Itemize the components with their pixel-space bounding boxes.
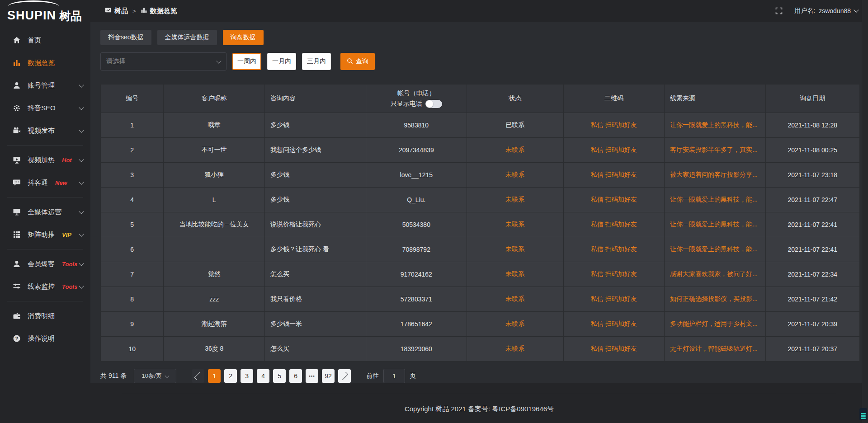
page-button-2[interactable]: 2 — [224, 369, 237, 383]
cell-no: 4 — [101, 188, 164, 212]
sidebar-badge: New — [55, 179, 67, 186]
cell-date: 2021-11-07 22:41 — [765, 212, 859, 237]
status-badge: 未联系 — [467, 212, 563, 237]
sidebar-item-consumption-detail[interactable]: 消费明细 — [0, 305, 90, 327]
breadcrumb-label: 树品 — [114, 7, 128, 15]
table-row: 6多少钱？让我死心 看70898792未联系私信 扫码加好友让你一眼就爱上的黑科… — [101, 237, 860, 262]
source-link[interactable]: 被大家追着问的客厅投影分享... — [665, 163, 766, 188]
sidebar-item-clue-monitor[interactable]: 线索监控Tools — [0, 275, 90, 298]
ellipsis-button[interactable]: ••• — [306, 369, 318, 383]
chevron-down-icon — [79, 283, 84, 288]
chevron-down-icon — [79, 82, 84, 87]
sidebar-divider — [7, 145, 83, 146]
sliders-icon — [13, 282, 21, 291]
cell-nickname: L — [164, 188, 265, 212]
status-badge: 未联系 — [467, 138, 563, 163]
chevron-right-icon — [340, 372, 348, 380]
phone-only-toggle[interactable] — [425, 100, 442, 108]
browser-widget-icon[interactable] — [859, 408, 867, 420]
period-month[interactable]: 一月内 — [267, 53, 296, 70]
cell-content: 多少钱 — [265, 188, 366, 212]
copyright: Copyright 树品 2021 备案号: 粤ICP备09019646号 — [90, 405, 868, 414]
qr-link[interactable]: 私信 扫码加好友 — [563, 188, 665, 212]
page-button-4[interactable]: 4 — [257, 369, 269, 383]
source-link[interactable]: 感谢大家喜欢我家，被问了好... — [665, 262, 766, 287]
table-row: 9潮起潮落多少钱一米178651642未联系私信 扫码加好友多功能护栏灯，适用于… — [101, 312, 860, 337]
source-link[interactable]: 客厅安装投影半年多了，真实... — [665, 138, 766, 163]
sidebar-item-label: 视频发布 — [28, 127, 55, 135]
page-button-5[interactable]: 5 — [273, 369, 286, 383]
breadcrumb-item-current[interactable]: 数据总览 — [141, 7, 177, 15]
source-link[interactable]: 让你一眼就爱上的黑科技，能... — [665, 212, 766, 237]
period-buttons: 一周内一月内三月内 — [232, 53, 331, 70]
query-button[interactable]: 查询 — [340, 53, 375, 70]
sidebar-item-douketong[interactable]: 抖客通New — [0, 171, 90, 194]
search-icon — [347, 58, 353, 66]
qr-link[interactable]: 私信 扫码加好友 — [563, 287, 665, 312]
cell-nickname: 觉然 — [164, 262, 265, 287]
footer: Copyright 树品 2021 备案号: 粤ICP备09019646号 — [90, 383, 868, 423]
source-link[interactable]: 让你一眼就爱上的黑科技，能... — [665, 237, 766, 262]
sidebar-item-matrix-boost[interactable]: 矩阵助推VIP — [0, 223, 90, 246]
page-button-6[interactable]: 6 — [289, 369, 302, 383]
page-button-3[interactable]: 3 — [241, 369, 253, 383]
question-icon: ? — [13, 334, 21, 343]
cell-no: 6 — [101, 237, 164, 262]
fullscreen-icon[interactable] — [775, 7, 783, 14]
cell-no: 7 — [101, 262, 164, 287]
breadcrumb-item-home[interactable]: 树品 — [105, 7, 128, 15]
prev-page-button[interactable] — [192, 369, 204, 383]
qr-link[interactable]: 私信 扫码加好友 — [563, 237, 665, 262]
sidebar-item-label: 消费明细 — [28, 312, 55, 320]
filter-select[interactable]: 请选择 — [100, 52, 226, 70]
qr-link[interactable]: 私信 扫码加好友 — [563, 138, 665, 163]
status-badge: 未联系 — [467, 312, 563, 337]
next-page-button[interactable] — [338, 369, 351, 383]
tab-inquiry-data[interactable]: 询盘数据 — [223, 30, 264, 45]
cell-account: love__1215 — [366, 163, 467, 188]
source-link[interactable]: 如何正确选择投影仪，买投影... — [665, 287, 766, 312]
source-link[interactable]: 让你一眼就爱上的黑科技，能... — [665, 113, 766, 138]
sidebar-item-video-heat[interactable]: 视频加热Hot — [0, 149, 90, 171]
qr-link[interactable]: 私信 扫码加好友 — [563, 262, 665, 287]
table-row: 1036度 8怎么买183929060未联系私信 扫码加好友无主灯设计，智能磁吸… — [101, 337, 860, 362]
scrollbar[interactable] — [862, 0, 868, 423]
qr-link[interactable]: 私信 扫码加好友 — [563, 163, 665, 188]
cell-account: 572803371 — [366, 287, 467, 312]
table-row: 8zzz我只看价格572803371未联系私信 扫码加好友如何正确选择投影仪，买… — [101, 287, 860, 312]
user-dropdown[interactable]: 用户名:zswodun88 — [794, 7, 858, 15]
sidebar-item-member-baoke[interactable]: 会员爆客Tools — [0, 253, 90, 275]
source-link[interactable]: 让你一眼就爱上的黑科技，能... — [665, 188, 766, 212]
sidebar-item-account-management[interactable]: 账号管理 — [0, 74, 90, 97]
sidebar-item-data-overview[interactable]: 数据总览 — [0, 52, 90, 74]
cell-account: 50534380 — [366, 212, 467, 237]
source-link[interactable]: 无主灯设计，智能磁吸轨道灯... — [665, 337, 766, 362]
tab-media-operation-data[interactable]: 全媒体运营数据 — [157, 30, 217, 45]
sidebar-item-label: 抖音SEO — [28, 104, 56, 113]
sidebar-item-label: 首页 — [28, 36, 41, 45]
page-size-select[interactable]: 10条/页 — [134, 369, 176, 383]
footer-divider — [122, 393, 836, 393]
qr-link[interactable]: 私信 扫码加好友 — [563, 212, 665, 237]
page-button-92[interactable]: 92 — [322, 369, 335, 383]
sidebar-item-media-operation[interactable]: 全媒体运营 — [0, 201, 90, 223]
sidebar-item-home[interactable]: 首页 — [0, 29, 90, 52]
period-week[interactable]: 一周内 — [232, 53, 261, 70]
source-link[interactable]: 多功能护栏灯，适用于乡村文... — [665, 312, 766, 337]
sidebar-item-label: 矩阵助推 — [28, 230, 55, 239]
qr-link[interactable]: 私信 扫码加好友 — [563, 312, 665, 337]
query-label: 查询 — [356, 57, 368, 66]
sidebar-item-video-publish[interactable]: 视频发布 — [0, 119, 90, 142]
sidebar-item-label: 线索监控 — [28, 282, 55, 291]
tab-douyin-seo-data[interactable]: 抖音seo数据 — [100, 30, 151, 45]
qr-link[interactable]: 私信 扫码加好友 — [563, 113, 665, 138]
sidebar-item-operation-guide[interactable]: ?操作说明 — [0, 327, 90, 350]
chevron-left-icon — [194, 372, 203, 380]
cell-date: 2021-11-07 20:39 — [765, 312, 859, 337]
goto-page-input[interactable] — [383, 369, 405, 383]
sidebar-item-douyin-seo[interactable]: 抖音SEO — [0, 97, 90, 119]
qr-link[interactable]: 私信 扫码加好友 — [563, 337, 665, 362]
period-quarter[interactable]: 三月内 — [302, 53, 331, 70]
cell-account: 2097344839 — [366, 138, 467, 163]
page-button-1[interactable]: 1 — [208, 369, 221, 383]
